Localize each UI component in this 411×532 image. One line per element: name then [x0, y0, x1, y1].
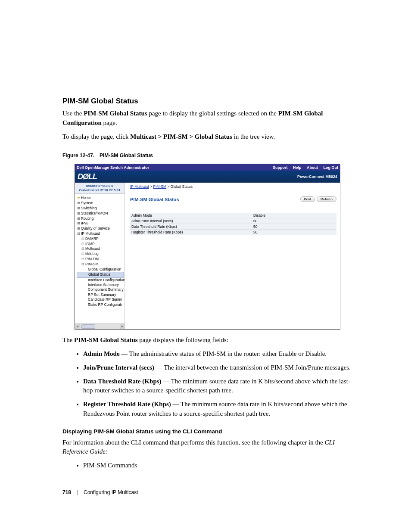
logout-link[interactable]: Log Out [324, 165, 339, 170]
tree-interface-config[interactable]: Interface Configuration [77, 278, 124, 283]
plus-icon: ⊞ [77, 221, 81, 226]
row-label: Data Threshold Rate (Kbps) [131, 224, 253, 229]
plus-icon: ⊞ [81, 257, 85, 262]
tree-stats[interactable]: ⊞Statistics/RMON [77, 211, 124, 216]
cli-subheading: Displaying PIM-SM Global Status using th… [62, 428, 353, 435]
plus-icon: ⊞ [81, 252, 85, 257]
tree-global-status[interactable]: Global Status [77, 272, 124, 277]
breadcrumb-link[interactable]: PIM-SM [153, 184, 166, 189]
page-footer: 718 Configuring IP Multicast [62, 489, 353, 495]
table-row: Join/Prune Interval (secs) 60 [130, 218, 336, 224]
sidebar-scrollbar[interactable]: ◂ ▸ [75, 324, 125, 329]
scroll-right-icon[interactable]: ▸ [120, 324, 125, 329]
tree-interface-summary[interactable]: Interface Summary [77, 283, 124, 287]
support-link[interactable]: Support [273, 165, 288, 170]
folder-icon: 🗀 [77, 196, 81, 201]
field-desc: — The administrative status of PIM-SM in… [120, 350, 327, 357]
field-term: Join/Prune Interval (secs) [83, 364, 154, 371]
tree-ipv6[interactable]: ⊞IPv6 [77, 221, 124, 226]
tree-static-rp[interactable]: Static RP Configurati [77, 302, 124, 307]
plus-icon: ⊞ [77, 206, 81, 211]
plus-icon: ⊞ [81, 242, 85, 247]
field-term: Data Threshold Rate (Kbps) [83, 378, 162, 385]
tree-home[interactable]: 🗀Home [77, 196, 124, 201]
row-label: Register Threshold Rate (Kbps) [131, 230, 253, 234]
list-item: Join/Prune Interval (secs) — The interva… [83, 363, 353, 373]
app-screenshot: Dell OpenManage Switch Administrator Sup… [75, 164, 340, 330]
row-label: Admin Mode [131, 213, 253, 218]
tree-multicast[interactable]: ⊞Multicast [77, 246, 124, 252]
row-value: 50 [253, 230, 335, 234]
minus-icon: ⊟ [81, 262, 85, 267]
breadcrumb-current: Global Status [171, 184, 193, 189]
sidebar: Inband IP:0.0.0.0 Out-of-band IP:10.27.5… [75, 183, 125, 329]
intro-paragraph-2: To display the page, click Multicast > P… [62, 132, 353, 142]
content-pane: IP Multicast > PIM-SM > Global Status PI… [125, 183, 340, 329]
tree-mdebug[interactable]: ⊞Mdebug [77, 252, 124, 257]
ip-info-box: Inband IP:0.0.0.0 Out-of-band IP:10.27.5… [75, 183, 125, 194]
inline-term: PIM-SM Global Status [84, 110, 147, 117]
text: page. [102, 119, 117, 126]
table-row: Admin Mode Disable [130, 213, 336, 218]
tree-rp-set-summary[interactable]: RP Set Summary [77, 292, 124, 297]
divider [130, 210, 336, 210]
text: For information about the CLI command th… [62, 439, 325, 446]
plus-icon: ⊞ [77, 227, 81, 231]
table-row: Data Threshold Rate (Kbps) 50 [130, 224, 336, 230]
header-links: Support Help About Log Out [268, 165, 338, 170]
cli-list: PIM-SM Commands [62, 461, 353, 470]
list-item: Data Threshold Rate (Kbps) — The minimum… [83, 377, 353, 396]
intro-paragraph-1: Use the PIM-SM Global Status page to dis… [62, 109, 353, 128]
scroll-thumb[interactable] [81, 324, 95, 329]
figure-caption: Figure 12-47.PIM-SM Global Status [62, 152, 353, 159]
app-title-bar: Dell OpenManage Switch Administrator Sup… [75, 164, 340, 171]
plus-icon: ⊞ [81, 247, 85, 252]
row-value: 60 [253, 219, 335, 223]
tree-ipmcast[interactable]: ⊟IP Multicast [77, 231, 124, 236]
list-item: Register Threshold Rate (Kbps) — The min… [83, 400, 353, 419]
help-link[interactable]: Help [293, 165, 302, 170]
tree-candidate-rp[interactable]: Candidate RP Summ [77, 297, 124, 302]
plus-icon: ⊞ [77, 217, 81, 221]
status-table: Admin Mode Disable Join/Prune Interval (… [130, 213, 336, 235]
breadcrumb-link[interactable]: IP Multicast [130, 184, 149, 189]
tree-system[interactable]: ⊞System [77, 201, 124, 206]
text: To display the page, click [62, 133, 130, 140]
figure-title: PIM-SM Global Status [100, 152, 153, 159]
tree-dvmrp[interactable]: ⊞DVMRP [77, 236, 124, 242]
tree-global-config[interactable]: Global Configuration [77, 267, 124, 272]
row-label: Join/Prune Interval (secs) [131, 219, 253, 223]
about-link[interactable]: About [307, 165, 318, 170]
tree-component-summary[interactable]: Component Summary [77, 287, 124, 292]
text: in the tree view. [232, 133, 275, 140]
field-term: Register Threshold Rate (Kbps) [83, 401, 171, 408]
inband-ip: Inband IP:0.0.0.0 [76, 184, 124, 188]
row-value: Disable [253, 213, 335, 218]
scroll-left-icon[interactable]: ◂ [75, 324, 80, 329]
page-number: 718 [62, 489, 71, 495]
list-item: PIM-SM Commands [83, 461, 353, 470]
outofband-ip: Out-of-band IP:10.27.5.31 [76, 188, 124, 193]
text: Use the [62, 110, 84, 117]
field-list: Admin Mode — The administrative status o… [62, 349, 353, 419]
text: page displays the following fields: [138, 336, 228, 343]
tree-routing[interactable]: ⊞Routing [77, 216, 124, 221]
section-heading: PIM-SM Global Status [62, 97, 353, 106]
app-title: Dell OpenManage Switch Administrator [77, 165, 268, 170]
print-button[interactable]: Print [300, 196, 315, 202]
nav-path: Multicast > PIM-SM > Global Status [130, 133, 232, 140]
product-model: PowerConnect M8024 [297, 174, 337, 179]
table-row: Register Threshold Rate (Kbps) 50 [130, 230, 336, 235]
panel-title: PIM-SM Global Status [130, 197, 299, 202]
field-term: Admin Mode [83, 350, 120, 357]
tree-qos[interactable]: ⊞Quality of Service [77, 226, 124, 231]
tree-pimsm[interactable]: ⊟PIM-SM [77, 262, 124, 267]
tree-igmp[interactable]: ⊞IGMP [77, 242, 124, 247]
tree-pimdm[interactable]: ⊞PIM-DM [77, 257, 124, 262]
brand-bar: DØLL PowerConnect M8024 [75, 171, 340, 183]
figure-number: Figure 12-47. [62, 152, 94, 159]
tree-switching[interactable]: ⊞Switching [77, 206, 124, 211]
plus-icon: ⊞ [77, 212, 81, 216]
row-value: 50 [253, 224, 335, 229]
refresh-button[interactable]: Refresh [317, 196, 336, 202]
